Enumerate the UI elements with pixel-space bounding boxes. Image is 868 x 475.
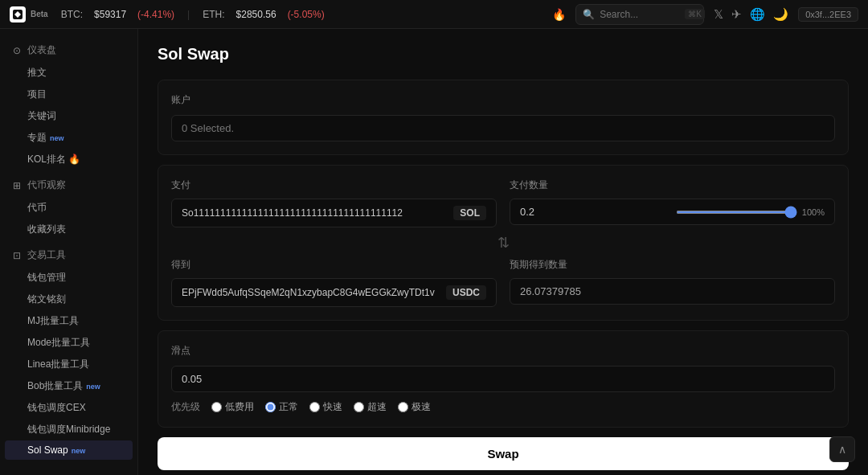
eth-change: (-5.05%) xyxy=(288,9,325,20)
dashboard-label: 仪表盘 xyxy=(27,43,56,57)
pay-label: 支付 xyxy=(171,178,497,192)
sidebar-item-kol[interactable]: KOL排名🔥 xyxy=(5,149,133,170)
topbar-icons: 𝕏 ✈ 🌐 🌙 xyxy=(714,7,788,22)
sidebar-item-wallet-minibridge[interactable]: 钱包调度Minibridge xyxy=(5,419,133,440)
btc-price-group: BTC: $59317 (-4.41%) xyxy=(61,9,174,20)
amount-group: 支付数量 100% xyxy=(510,178,835,225)
search-box[interactable]: 🔍 ⌘K xyxy=(575,4,704,25)
sidebar-item-watchlist[interactable]: 收藏列表 xyxy=(5,219,133,240)
amount-slider[interactable] xyxy=(676,211,797,214)
sidebar-item-mode-batch[interactable]: Mode批量工具 xyxy=(5,332,133,354)
topics-new-badge: new xyxy=(50,134,64,142)
priority-turbo[interactable]: 超速 xyxy=(354,400,387,414)
priority-low[interactable]: 低费用 xyxy=(211,400,254,414)
swap-button[interactable]: Swap xyxy=(158,437,849,470)
main-content: Sol Swap 账户 0 Selected. 支付 SOL 支付数量 xyxy=(138,29,868,475)
logo-icon xyxy=(10,6,26,23)
search-input[interactable] xyxy=(600,9,680,20)
btc-change: (-4.41%) xyxy=(137,9,174,20)
eth-price: $2850.56 xyxy=(236,9,276,20)
slider-wrap: 100% xyxy=(676,207,825,217)
sidebar: ⊙ 仪表盘 推文 项目 关键词 专题new KOL排名🔥 ⊞ 代币观察 代币 收… xyxy=(0,29,138,475)
priority-label: 优先级 xyxy=(171,400,200,414)
sidebar-section-coins-header[interactable]: ⊞ 代币观察 xyxy=(0,174,137,197)
sidebar-item-wallet-mgmt[interactable]: 钱包管理 xyxy=(5,267,133,289)
layout: ⊙ 仪表盘 推文 项目 关键词 专题new KOL排名🔥 ⊞ 代币观察 代币 收… xyxy=(0,29,868,475)
search-kbd: ⌘K xyxy=(685,9,705,19)
pay-token-row: SOL xyxy=(171,199,497,227)
swap-direction-toggle[interactable]: ⇅ xyxy=(171,234,835,252)
receive-token-row: USDC xyxy=(171,278,497,307)
priority-normal[interactable]: 正常 xyxy=(265,400,298,414)
account-selected[interactable]: 0 Selected. xyxy=(171,115,835,141)
expected-group: 预期得到数量 26.07379785 xyxy=(510,258,835,305)
sidebar-item-bob-batch[interactable]: Bob批量工具new xyxy=(5,375,133,397)
sidebar-item-tokens[interactable]: 代币 xyxy=(5,197,133,219)
receive-group: 得到 USDC xyxy=(171,258,497,307)
receive-label: 得到 xyxy=(171,258,497,272)
slippage-label: 滑点 xyxy=(171,344,835,358)
account-label: 账户 xyxy=(171,93,835,107)
expected-amount-display: 26.07379785 xyxy=(510,278,835,305)
solswap-new-badge: new xyxy=(72,447,86,455)
tools-label: 交易工具 xyxy=(27,248,66,262)
chevron-up-icon: ∧ xyxy=(838,443,846,456)
receive-address-input[interactable] xyxy=(182,287,440,298)
swap-arrows-icon: ⇅ xyxy=(497,234,510,252)
sidebar-section-dashboard-header[interactable]: ⊙ 仪表盘 xyxy=(0,39,137,62)
section-coins: ⊞ 代币观察 代币 收藏列表 xyxy=(0,174,137,240)
amount-row: 100% xyxy=(510,199,835,225)
globe-icon[interactable]: 🌐 xyxy=(750,7,765,22)
beta-label: Beta xyxy=(31,10,48,18)
section-dashboard: ⊙ 仪表盘 推文 项目 关键词 专题new KOL排名🔥 xyxy=(0,39,137,170)
sidebar-item-mj-batch[interactable]: MJ批量工具 xyxy=(5,310,133,332)
btc-label: BTC: xyxy=(61,9,83,20)
topbar: Beta BTC: $59317 (-4.41%) | ETH: $2850.5… xyxy=(0,0,868,29)
section-tools: ⊡ 交易工具 钱包管理 铭文铭刻 MJ批量工具 Mode批量工具 Linea批量… xyxy=(0,244,137,460)
divider1: | xyxy=(187,9,190,20)
sidebar-section-tools-header[interactable]: ⊡ 交易工具 xyxy=(0,244,137,267)
sidebar-item-projects[interactable]: 项目 xyxy=(5,84,133,105)
pay-token-badge[interactable]: SOL xyxy=(453,206,486,220)
priority-extreme[interactable]: 极速 xyxy=(398,400,431,414)
scroll-top-button[interactable]: ∧ xyxy=(829,436,855,462)
search-icon: 🔍 xyxy=(583,9,595,20)
sidebar-item-topics[interactable]: 专题new xyxy=(5,127,133,149)
sidebar-item-inscription[interactable]: 铭文铭刻 xyxy=(5,289,133,310)
pct-label: 100% xyxy=(802,207,825,217)
telegram-icon[interactable]: ✈ xyxy=(731,7,742,22)
sidebar-item-linea-batch[interactable]: Linea批量工具 xyxy=(5,354,133,375)
moon-icon[interactable]: 🌙 xyxy=(773,7,788,22)
page-title: Sol Swap xyxy=(158,45,849,63)
bob-new-badge: new xyxy=(86,383,100,391)
eth-label: ETH: xyxy=(203,9,224,20)
fire-icon: 🔥 xyxy=(552,8,566,21)
btc-price: $59317 xyxy=(94,9,126,20)
amount-input[interactable] xyxy=(520,206,669,218)
slippage-input[interactable] xyxy=(171,366,835,392)
pay-group: 支付 SOL xyxy=(171,178,497,227)
sidebar-item-wallet-cex[interactable]: 钱包调度CEX xyxy=(5,397,133,419)
sidebar-item-sol-swap[interactable]: Sol Swapnew xyxy=(5,440,133,460)
sidebar-item-keywords[interactable]: 关键词 xyxy=(5,105,133,127)
pay-address-input[interactable] xyxy=(182,207,447,219)
amount-label: 支付数量 xyxy=(510,178,835,192)
dashboard-icon: ⊙ xyxy=(13,45,21,56)
receive-token-badge[interactable]: USDC xyxy=(446,285,486,300)
topbar-right: 🔥 🔍 ⌘K 𝕏 ✈ 🌐 🌙 0x3f...2EE3 xyxy=(552,4,858,25)
logo[interactable]: Beta xyxy=(10,6,48,23)
twitter-icon[interactable]: 𝕏 xyxy=(714,7,723,22)
sidebar-item-tweets[interactable]: 推文 xyxy=(5,62,133,84)
eth-price-group: ETH: $2850.56 (-5.05%) xyxy=(203,9,324,20)
expected-value: 26.07379785 xyxy=(520,285,581,297)
kol-fire-icon: 🔥 xyxy=(68,154,80,165)
tools-icon: ⊡ xyxy=(13,250,21,261)
pay-card: 支付 SOL 支付数量 100% xyxy=(158,165,849,321)
wallet-address[interactable]: 0x3f...2EE3 xyxy=(798,7,858,22)
expected-label: 预期得到数量 xyxy=(510,258,835,272)
account-card: 账户 0 Selected. xyxy=(158,80,849,155)
priority-row: 优先级 低费用 正常 快速 超速 极速 xyxy=(171,400,835,414)
coins-label: 代币观察 xyxy=(27,178,66,192)
priority-fast[interactable]: 快速 xyxy=(309,400,342,414)
slippage-card: 滑点 优先级 低费用 正常 快速 超速 极速 xyxy=(158,330,849,428)
